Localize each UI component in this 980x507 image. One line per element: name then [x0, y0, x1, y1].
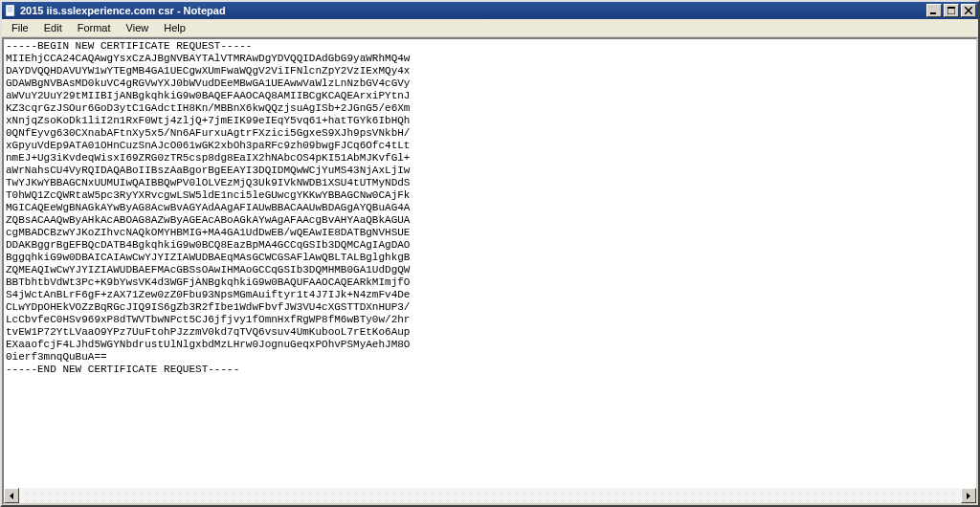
- menu-view[interactable]: View: [119, 20, 157, 35]
- close-button[interactable]: [961, 4, 976, 17]
- scroll-right-button[interactable]: [961, 488, 976, 503]
- svg-rect-0: [6, 5, 14, 16]
- horizontal-scrollbar[interactable]: [4, 488, 976, 503]
- notepad-icon: [4, 4, 17, 17]
- svg-rect-6: [947, 7, 955, 9]
- menu-edit[interactable]: Edit: [36, 20, 70, 35]
- minimize-button[interactable]: [926, 4, 942, 17]
- menu-format[interactable]: Format: [70, 20, 119, 35]
- svg-marker-9: [10, 493, 13, 499]
- svg-rect-4: [930, 12, 936, 14]
- titlebar[interactable]: 2015 iis.sslexperience.com csr - Notepad: [2, 2, 978, 19]
- menu-file[interactable]: File: [4, 20, 36, 35]
- menubar: File Edit Format View Help: [2, 19, 978, 37]
- maximize-button[interactable]: [944, 4, 959, 17]
- menu-help[interactable]: Help: [156, 20, 193, 35]
- svg-marker-10: [967, 493, 970, 499]
- scroll-left-button[interactable]: [4, 488, 19, 503]
- window-controls: [924, 4, 976, 17]
- scroll-track[interactable]: [19, 488, 961, 503]
- window-title: 2015 iis.sslexperience.com csr - Notepad: [20, 5, 924, 16]
- text-area-container: -----BEGIN NEW CERTIFICATE REQUEST----- …: [2, 37, 978, 505]
- notepad-window: 2015 iis.sslexperience.com csr - Notepad…: [0, 0, 980, 507]
- text-editor[interactable]: -----BEGIN NEW CERTIFICATE REQUEST----- …: [4, 39, 976, 377]
